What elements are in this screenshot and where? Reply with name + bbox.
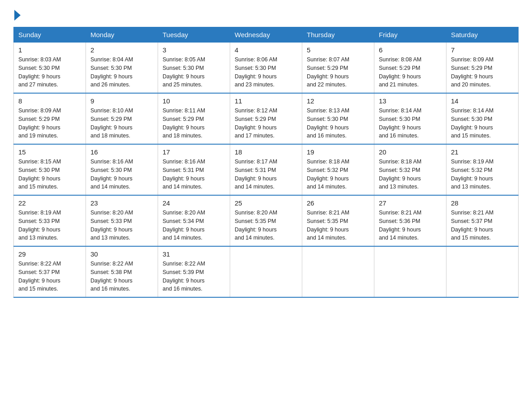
day-info: Sunrise: 8:14 AMSunset: 5:30 PMDaylight:…	[451, 107, 514, 140]
day-info: Sunrise: 8:20 AMSunset: 5:35 PMDaylight:…	[235, 209, 297, 242]
calendar-cell: 17 Sunrise: 8:16 AMSunset: 5:31 PMDaylig…	[158, 144, 230, 195]
day-number: 19	[307, 148, 369, 156]
logo	[13, 9, 21, 19]
day-info: Sunrise: 8:18 AMSunset: 5:32 PMDaylight:…	[379, 158, 442, 191]
day-number: 14	[451, 97, 514, 105]
day-number: 29	[18, 250, 81, 258]
calendar-cell: 7 Sunrise: 8:09 AMSunset: 5:29 PMDayligh…	[446, 43, 519, 94]
calendar-cell: 16 Sunrise: 8:16 AMSunset: 5:30 PMDaylig…	[86, 144, 158, 195]
day-number: 20	[379, 148, 442, 156]
day-number: 13	[379, 97, 442, 105]
calendar-cell: 4 Sunrise: 8:06 AMSunset: 5:30 PMDayligh…	[230, 43, 302, 94]
weekday-header-friday: Friday	[374, 27, 446, 43]
week-row-5: 29 Sunrise: 8:22 AMSunset: 5:37 PMDaylig…	[14, 246, 519, 297]
day-number: 30	[90, 250, 153, 258]
calendar-cell: 25 Sunrise: 8:20 AMSunset: 5:35 PMDaylig…	[230, 195, 302, 246]
day-info: Sunrise: 8:21 AMSunset: 5:36 PMDaylight:…	[379, 209, 442, 242]
calendar-cell	[374, 246, 446, 297]
day-info: Sunrise: 8:15 AMSunset: 5:30 PMDaylight:…	[18, 158, 81, 191]
day-info: Sunrise: 8:22 AMSunset: 5:38 PMDaylight:…	[90, 260, 153, 293]
weekday-header-sunday: Sunday	[14, 27, 86, 43]
calendar-cell: 28 Sunrise: 8:21 AMSunset: 5:37 PMDaylig…	[446, 195, 519, 246]
week-row-1: 1 Sunrise: 8:03 AMSunset: 5:30 PMDayligh…	[14, 43, 519, 94]
calendar-cell: 27 Sunrise: 8:21 AMSunset: 5:36 PMDaylig…	[374, 195, 446, 246]
day-number: 4	[235, 46, 297, 54]
day-info: Sunrise: 8:04 AMSunset: 5:30 PMDaylight:…	[90, 56, 153, 89]
day-info: Sunrise: 8:06 AMSunset: 5:30 PMDaylight:…	[235, 56, 297, 89]
calendar-cell: 8 Sunrise: 8:09 AMSunset: 5:29 PMDayligh…	[14, 93, 86, 144]
logo-arrow-icon	[14, 10, 21, 21]
day-info: Sunrise: 8:22 AMSunset: 5:37 PMDaylight:…	[18, 260, 81, 293]
weekday-header-tuesday: Tuesday	[158, 27, 230, 43]
day-info: Sunrise: 8:22 AMSunset: 5:39 PMDaylight:…	[163, 260, 225, 293]
day-info: Sunrise: 8:21 AMSunset: 5:37 PMDaylight:…	[451, 209, 514, 242]
day-info: Sunrise: 8:20 AMSunset: 5:34 PMDaylight:…	[163, 209, 225, 242]
day-number: 3	[163, 46, 225, 54]
day-info: Sunrise: 8:16 AMSunset: 5:30 PMDaylight:…	[90, 158, 153, 191]
day-info: Sunrise: 8:03 AMSunset: 5:30 PMDaylight:…	[18, 56, 81, 89]
day-number: 5	[307, 46, 369, 54]
day-number: 23	[90, 199, 153, 207]
weekday-header-row: SundayMondayTuesdayWednesdayThursdayFrid…	[14, 27, 519, 43]
day-number: 6	[379, 46, 442, 54]
calendar-cell: 18 Sunrise: 8:17 AMSunset: 5:31 PMDaylig…	[230, 144, 302, 195]
calendar-cell: 26 Sunrise: 8:21 AMSunset: 5:35 PMDaylig…	[302, 195, 374, 246]
calendar-cell: 15 Sunrise: 8:15 AMSunset: 5:30 PMDaylig…	[14, 144, 86, 195]
day-info: Sunrise: 8:17 AMSunset: 5:31 PMDaylight:…	[235, 158, 297, 191]
calendar-cell: 5 Sunrise: 8:07 AMSunset: 5:29 PMDayligh…	[302, 43, 374, 94]
day-number: 25	[235, 199, 297, 207]
day-number: 24	[163, 199, 225, 207]
day-number: 11	[235, 97, 297, 105]
calendar-cell: 30 Sunrise: 8:22 AMSunset: 5:38 PMDaylig…	[86, 246, 158, 297]
calendar-table: SundayMondayTuesdayWednesdayThursdayFrid…	[13, 27, 519, 298]
day-info: Sunrise: 8:18 AMSunset: 5:32 PMDaylight:…	[307, 158, 369, 191]
day-info: Sunrise: 8:05 AMSunset: 5:30 PMDaylight:…	[163, 56, 225, 89]
day-info: Sunrise: 8:11 AMSunset: 5:29 PMDaylight:…	[163, 107, 225, 140]
calendar-cell: 6 Sunrise: 8:08 AMSunset: 5:29 PMDayligh…	[374, 43, 446, 94]
calendar-cell: 21 Sunrise: 8:19 AMSunset: 5:32 PMDaylig…	[446, 144, 519, 195]
day-info: Sunrise: 8:09 AMSunset: 5:29 PMDaylight:…	[451, 56, 514, 89]
day-info: Sunrise: 8:09 AMSunset: 5:29 PMDaylight:…	[18, 107, 81, 140]
day-number: 9	[90, 97, 153, 105]
day-number: 17	[163, 148, 225, 156]
day-number: 27	[379, 199, 442, 207]
day-info: Sunrise: 8:16 AMSunset: 5:31 PMDaylight:…	[163, 158, 225, 191]
week-row-2: 8 Sunrise: 8:09 AMSunset: 5:29 PMDayligh…	[14, 93, 519, 144]
calendar-cell: 1 Sunrise: 8:03 AMSunset: 5:30 PMDayligh…	[14, 43, 86, 94]
calendar-cell: 20 Sunrise: 8:18 AMSunset: 5:32 PMDaylig…	[374, 144, 446, 195]
day-number: 15	[18, 148, 81, 156]
calendar-cell	[230, 246, 302, 297]
calendar-cell: 9 Sunrise: 8:10 AMSunset: 5:29 PMDayligh…	[86, 93, 158, 144]
day-info: Sunrise: 8:10 AMSunset: 5:29 PMDaylight:…	[90, 107, 153, 140]
calendar-cell: 29 Sunrise: 8:22 AMSunset: 5:37 PMDaylig…	[14, 246, 86, 297]
calendar-cell: 31 Sunrise: 8:22 AMSunset: 5:39 PMDaylig…	[158, 246, 230, 297]
calendar-cell: 22 Sunrise: 8:19 AMSunset: 5:33 PMDaylig…	[14, 195, 86, 246]
weekday-header-monday: Monday	[86, 27, 158, 43]
calendar-cell: 10 Sunrise: 8:11 AMSunset: 5:29 PMDaylig…	[158, 93, 230, 144]
day-info: Sunrise: 8:14 AMSunset: 5:30 PMDaylight:…	[379, 107, 442, 140]
day-number: 12	[307, 97, 369, 105]
day-info: Sunrise: 8:20 AMSunset: 5:33 PMDaylight:…	[90, 209, 153, 242]
calendar-cell	[446, 246, 519, 297]
calendar-cell: 19 Sunrise: 8:18 AMSunset: 5:32 PMDaylig…	[302, 144, 374, 195]
day-info: Sunrise: 8:21 AMSunset: 5:35 PMDaylight:…	[307, 209, 369, 242]
weekday-header-wednesday: Wednesday	[230, 27, 302, 43]
day-number: 1	[18, 46, 81, 54]
day-number: 26	[307, 199, 369, 207]
calendar-cell: 3 Sunrise: 8:05 AMSunset: 5:30 PMDayligh…	[158, 43, 230, 94]
day-info: Sunrise: 8:13 AMSunset: 5:30 PMDaylight:…	[307, 107, 369, 140]
page-header	[13, 9, 519, 19]
week-row-4: 22 Sunrise: 8:19 AMSunset: 5:33 PMDaylig…	[14, 195, 519, 246]
day-info: Sunrise: 8:19 AMSunset: 5:32 PMDaylight:…	[451, 158, 514, 191]
calendar-cell: 12 Sunrise: 8:13 AMSunset: 5:30 PMDaylig…	[302, 93, 374, 144]
calendar-cell: 14 Sunrise: 8:14 AMSunset: 5:30 PMDaylig…	[446, 93, 519, 144]
day-info: Sunrise: 8:08 AMSunset: 5:29 PMDaylight:…	[379, 56, 442, 89]
day-number: 22	[18, 199, 81, 207]
day-number: 10	[163, 97, 225, 105]
weekday-header-saturday: Saturday	[446, 27, 519, 43]
calendar-cell	[302, 246, 374, 297]
day-number: 18	[235, 148, 297, 156]
calendar-cell: 2 Sunrise: 8:04 AMSunset: 5:30 PMDayligh…	[86, 43, 158, 94]
day-number: 16	[90, 148, 153, 156]
weekday-header-thursday: Thursday	[302, 27, 374, 43]
